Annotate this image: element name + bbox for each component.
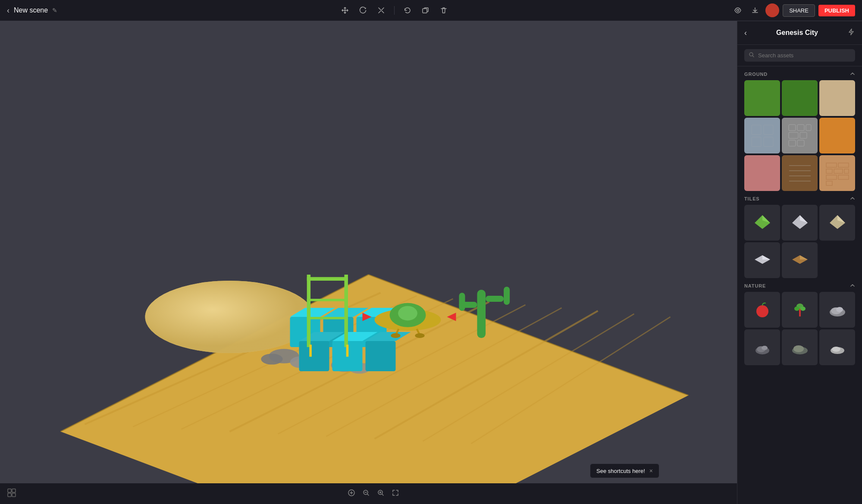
assets-scroll[interactable]: GROUND: [737, 66, 862, 504]
nature-rock-light[interactable]: [819, 329, 855, 365]
ground-tile-stone-beige[interactable]: [819, 80, 855, 116]
svg-rect-30: [366, 341, 396, 371]
ground-asset-grid: [737, 80, 862, 191]
nature-apple[interactable]: [744, 292, 780, 328]
toast-close-button[interactable]: ×: [649, 467, 653, 474]
shortcuts-text: See shortcuts here!: [596, 468, 645, 474]
delete-button[interactable]: [437, 3, 451, 17]
share-button[interactable]: SHARE: [783, 4, 815, 17]
shortcuts-toast: See shortcuts here! ×: [590, 463, 659, 478]
svg-rect-72: [800, 132, 807, 138]
viewport[interactable]: See shortcuts here! ×: [0, 21, 737, 504]
svg-marker-94: [762, 255, 770, 260]
zoom-out-button[interactable]: [362, 489, 370, 498]
tile-green-diamond[interactable]: [744, 205, 780, 241]
svg-rect-34: [307, 275, 310, 347]
nature-section-label: NATURE: [744, 283, 766, 288]
svg-rect-35: [345, 275, 348, 347]
move-tool-button[interactable]: [338, 3, 352, 17]
svg-rect-55: [8, 489, 11, 492]
ground-section-label: GROUND: [744, 72, 768, 77]
ground-tile-pink[interactable]: [744, 155, 780, 191]
svg-marker-62: [849, 29, 853, 35]
svg-rect-69: [797, 125, 804, 131]
viewport-bottombar: [0, 483, 737, 504]
tiles-asset-grid: [737, 205, 862, 278]
back-button[interactable]: ‹: [7, 6, 9, 15]
svg-rect-73: [789, 140, 796, 146]
svg-point-104: [836, 307, 843, 312]
svg-rect-39: [309, 344, 312, 357]
svg-rect-67: [764, 137, 773, 147]
ground-tile-sandy-brick[interactable]: [819, 155, 855, 191]
search-bar: [737, 45, 862, 66]
ground-tile-orange[interactable]: [819, 118, 855, 153]
ground-tile-dark-wood[interactable]: [782, 155, 818, 191]
nature-rock-dark[interactable]: [744, 329, 780, 365]
export-button[interactable]: [748, 3, 762, 17]
svg-rect-84: [826, 175, 837, 179]
right-panel: ‹ Genesis City: [737, 21, 862, 504]
scale-tool-button[interactable]: [374, 3, 388, 17]
svg-rect-57: [8, 493, 11, 497]
ground-tile-grass-dark[interactable]: [782, 80, 818, 116]
svg-rect-83: [844, 169, 849, 173]
svg-rect-0: [423, 9, 427, 13]
svg-point-46: [391, 333, 400, 338]
svg-rect-74: [797, 140, 804, 146]
svg-rect-51: [486, 296, 504, 302]
undo-button[interactable]: [401, 3, 414, 17]
tile-white-flat-diamond[interactable]: [744, 242, 780, 278]
panel-lightning-button[interactable]: [847, 28, 855, 38]
svg-rect-36: [307, 277, 348, 281]
add-object-button[interactable]: [348, 489, 355, 498]
ground-tile-grass-light[interactable]: [744, 80, 780, 116]
svg-point-19: [261, 354, 282, 364]
panel-title: Genesis City: [776, 29, 818, 37]
svg-point-111: [832, 347, 840, 352]
svg-point-47: [415, 333, 424, 338]
svg-rect-86: [826, 181, 832, 185]
svg-point-1: [737, 9, 739, 12]
nature-plant[interactable]: [782, 292, 818, 328]
svg-rect-56: [12, 489, 16, 492]
topbar-left: ‹ New scene ✎: [7, 6, 57, 15]
search-input-wrap: [744, 49, 855, 62]
nature-mushroom[interactable]: [782, 329, 818, 365]
duplicate-button[interactable]: [419, 3, 433, 17]
tile-beige-diamond[interactable]: [819, 205, 855, 241]
tiles-section-header: TILES: [737, 191, 862, 205]
nature-section-header: NATURE: [737, 278, 862, 292]
preview-button[interactable]: [731, 3, 745, 17]
fullscreen-button[interactable]: [392, 489, 399, 498]
panel-back-button[interactable]: ‹: [744, 28, 747, 38]
viewport-bottom-left: [7, 488, 16, 500]
viewport-zoom-controls: [348, 489, 399, 498]
ground-section-toggle[interactable]: [850, 71, 855, 78]
search-icon: [749, 52, 755, 59]
svg-point-107: [762, 346, 768, 350]
tile-wood-diamond[interactable]: [782, 242, 818, 278]
grid-toggle-button[interactable]: [7, 488, 16, 500]
zoom-in-button[interactable]: [377, 489, 385, 498]
svg-rect-28: [299, 341, 329, 371]
tile-white-diamond[interactable]: [782, 205, 818, 241]
topbar-right: SHARE PUBLISH: [731, 3, 855, 17]
svg-rect-70: [806, 125, 811, 131]
edit-scene-icon[interactable]: ✎: [52, 7, 57, 14]
search-input[interactable]: [758, 52, 851, 59]
nature-section-toggle[interactable]: [850, 282, 855, 289]
user-avatar[interactable]: [765, 3, 779, 17]
svg-point-100: [794, 307, 799, 311]
svg-rect-38: [307, 317, 348, 319]
svg-point-101: [800, 307, 806, 311]
tiles-section-toggle[interactable]: [850, 195, 855, 202]
rotate-tool-button[interactable]: [356, 3, 370, 17]
svg-rect-66: [752, 137, 761, 147]
svg-point-97: [756, 305, 768, 317]
ground-tile-cobblestone[interactable]: [782, 118, 818, 153]
nature-rock-grey[interactable]: [819, 292, 855, 328]
publish-button[interactable]: PUBLISH: [818, 5, 855, 16]
svg-rect-40: [346, 344, 349, 357]
ground-tile-concrete[interactable]: [744, 118, 780, 153]
